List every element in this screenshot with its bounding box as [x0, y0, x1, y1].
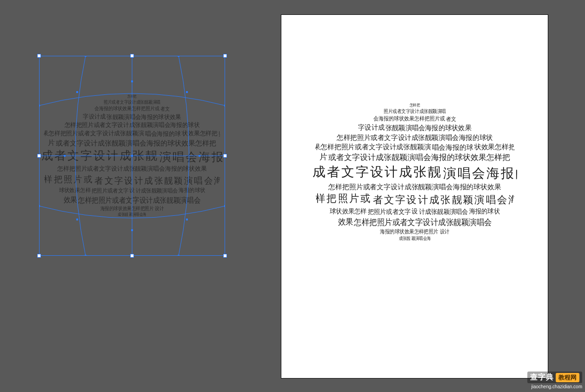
selection-handle-n[interactable] — [130, 54, 134, 58]
canvas-selected-object[interactable]: 怎样把照片或者文字设计成张靓颖演唱会海报的球状效果怎样把照片或者文字设计成张靓颖… — [39, 56, 225, 256]
svg-rect-19 — [224, 205, 225, 207]
sphere-row-3: 字设计成张靓颖演唱会海报的球状效果 — [318, 123, 512, 133]
watermark-pill: 教程网 — [556, 373, 579, 382]
sphere-row-13-seg-0: 成张靓 颖演唱会海 — [399, 235, 431, 242]
sphere-row-1: 照片或者文字设计成张靓颖演唱 — [326, 108, 504, 115]
sphere-row-9: 样把照片或者文字设计成张靓颖演唱会海报 — [315, 192, 514, 207]
sphere-row-10-seg-0: 球状效果怎样 — [59, 186, 91, 194]
sphere-row-12: 海报的球状效果怎样把照片 设计 — [53, 205, 211, 212]
sphere-row-5-seg-1: 唱会海报的球 — [145, 130, 181, 138]
sphere-row-2-seg-0: 会海报的球状效果怎样把照片或 — [373, 115, 445, 122]
sphere-row-5-seg-2: 状效果怎样把 — [474, 142, 515, 152]
sphere-row-4-seg-0: 怎样把照片或者文字设计成张靓颖演唱会海报的球状 — [337, 133, 493, 142]
sphere-row-12-seg-0: 海报的球状效果怎样把照片 设计 — [380, 228, 449, 235]
sphere-row-2-seg-1: 者文 — [445, 115, 456, 123]
sphere-row-3-seg-1: 张靓颖演唱会海报的球状效果 — [385, 123, 471, 133]
sphere-row-10-seg-2: 设 — [129, 186, 134, 194]
sphere-text-block: 怎样把照片或者文字设计成张靓颖演唱会海报的球状效果怎样把照片或者文字设计成张靓颖… — [41, 65, 223, 246]
sphere-row-3-seg-0: 字设计成 — [83, 113, 106, 121]
sphere-row-11-seg-1: 怎样把照片或者文字设计成张靓颖演唱会 — [354, 217, 492, 228]
sphere-row-2-seg-0: 会海报的球状效果怎样把照片或 — [94, 105, 160, 112]
sphere-row-5-seg-3: 照 — [516, 143, 517, 152]
sphere-row-3-seg-1: 张靓颖演唱会海报的球状效果 — [106, 113, 181, 121]
sphere-row-7-seg-0: 成者文字设计成张靓 — [41, 148, 159, 163]
sphere-row-12-seg-0: 海报的球状效果怎样把照片 设计 — [100, 205, 164, 212]
sphere-row-3-seg-0: 字设计成 — [358, 123, 385, 132]
sphere-row-9-seg-1: 者文字设计成张靓颖演唱会海报 — [94, 174, 223, 186]
svg-rect-9 — [224, 105, 225, 106]
selection-handle-se[interactable] — [223, 254, 227, 258]
sphere-row-2-seg-1: 者文 — [160, 106, 170, 112]
sphere-row-10-seg-1: 把照片或者文字 — [367, 207, 411, 216]
sphere-row-9-seg-0: 样把照片或 — [315, 192, 372, 206]
sphere-row-3: 字设计成张靓颖演唱会海报的球状效果 — [46, 113, 218, 121]
svg-rect-15 — [39, 205, 40, 207]
sphere-row-10-seg-1: 把照片或者文字 — [92, 187, 129, 195]
sphere-row-10-seg-4: 海报的球状 — [469, 207, 499, 216]
sphere-row-6-seg-0: 片 — [48, 138, 55, 147]
sphere-row-9: 样把照片或者文字设计成张靓颖演唱会海报 — [44, 173, 220, 186]
svg-rect-21 — [85, 255, 86, 256]
sphere-row-11-seg-0: 效果 — [64, 195, 77, 205]
sphere-row-10-seg-4: 海报的球状 — [179, 186, 205, 194]
sphere-row-11: 效果怎样把照片或者文字设计成张靓颖演唱会 — [49, 195, 215, 205]
sphere-row-6-seg-1: 或者文字设计成张靓颖演唱会海报的球状效果怎样把 — [56, 139, 216, 148]
sphere-row-1-seg-0: 照片或者文字设计成张靓颖演唱 — [383, 108, 445, 115]
sphere-row-6-seg-1: 或者文字设计成张靓颖演唱会海报的球状效果怎样把 — [328, 153, 510, 163]
sphere-row-11: 效果怎样把照片或者文字设计成张靓颖演唱会 — [321, 216, 508, 228]
sphere-row-11-seg-1: 怎样把照片或者文字设计成张靓颖演唱会 — [78, 195, 200, 205]
sphere-row-9-seg-1: 者文字设计成张靓颖演唱会海报 — [372, 193, 517, 207]
sphere-row-10: 球状效果怎样把照片或者文字设计成张靓颖演唱会海报的球状 — [318, 207, 512, 216]
sphere-row-4-seg-0: 怎样把照片或者文字设计成张靓颖演唱会海报的球状 — [65, 121, 200, 129]
sphere-row-8-seg-0: 怎样把照片或者文字设计成张靓颖演唱会海报的球状效果 — [57, 165, 207, 173]
selection-handle-e[interactable] — [223, 154, 227, 158]
sphere-row-8-seg-0: 怎样把照片或者文字设计成张靓颖演唱会海报的球状效果 — [328, 182, 501, 192]
artwork-sphere-typography: 怎样把照片或者文字设计成张靓颖演唱会海报的球状效果怎样把照片或者文字设计成张靓颖… — [312, 70, 517, 274]
sphere-row-1: 照片或者文字设计成张靓颖演唱 — [53, 99, 211, 105]
sphere-row-10: 球状效果怎样把照片或者文字设计成张靓颖演唱会海报的球状 — [46, 186, 218, 195]
sphere-row-0: 怎样把 — [331, 102, 499, 108]
svg-rect-23 — [178, 255, 179, 256]
sphere-row-8: 怎样把照片或者文字设计成张靓颖演唱会海报的球状效果 — [42, 165, 222, 173]
sphere-row-6: 片或者文字设计成张靓颖演唱会海报的球状效果怎样把 — [41, 138, 223, 148]
sphere-row-6: 片或者文字设计成张靓颖演唱会海报的球状效果怎样把 — [312, 152, 517, 163]
sphere-row-11-seg-0: 效果 — [338, 216, 353, 227]
selection-handle-sw[interactable] — [37, 254, 41, 258]
selection-handle-w[interactable] — [37, 154, 41, 158]
sphere-row-7: 成者文字设计成张靓演唱会海报的球状 — [41, 148, 223, 165]
svg-rect-5 — [39, 105, 40, 106]
selection-handle-ne[interactable] — [223, 54, 227, 58]
sphere-row-5: 果怎样把照片或者文字设计成张靓颖演唱会海报的球状效果怎样把照 — [42, 129, 222, 138]
sphere-row-8: 怎样把照片或者文字设计成张靓颖演唱会海报的球状效果 — [313, 182, 516, 192]
selection-handle-s[interactable] — [130, 254, 134, 258]
sphere-row-13: 成张靓 颖演唱会海 — [58, 212, 206, 218]
sphere-row-2: 会海报的球状效果怎样把照片或者文 — [321, 115, 508, 123]
sphere-row-5-seg-0: 果怎样把照片或者文字设计成张靓颖演 — [42, 129, 144, 138]
sphere-row-10-seg-3: 计成张靓颖演唱会 — [136, 187, 178, 195]
sphere-row-2: 会海报的球状效果怎样把照片或者文 — [49, 105, 215, 112]
sphere-row-5-seg-0: 果怎样把照片或者文字设计成张靓颖演 — [313, 142, 431, 152]
sphere-row-5-seg-3: 照 — [219, 130, 223, 138]
sphere-row-9-seg-0: 样把照片或 — [44, 173, 93, 185]
sphere-row-0-seg-0: 怎样把 — [127, 94, 137, 100]
sphere-row-5: 果怎样把照片或者文字设计成张靓颖演唱会海报的球状效果怎样把照 — [313, 142, 516, 152]
sphere-row-5-seg-2: 状效果怎样把 — [182, 129, 218, 138]
sphere-row-1-seg-0: 照片或者文字设计成张靓颖演唱 — [104, 99, 160, 105]
selection-handle-nw[interactable] — [37, 54, 41, 58]
watermark-url: jiaocheng.chazidian.com — [527, 384, 582, 389]
sphere-row-13: 成张靓 颖演唱会海 — [331, 235, 499, 242]
sphere-row-5-seg-1: 唱会海报的球 — [432, 143, 473, 152]
sphere-row-12: 海报的球状效果怎样把照片 设计 — [326, 228, 504, 235]
warped-text-object[interactable]: 怎样把照片或者文字设计成张靓颖演唱会海报的球状效果怎样把照片或者文字设计成张靓颖… — [39, 56, 225, 256]
artboard[interactable]: 怎样把照片或者文字设计成张靓颖演唱会海报的球状效果怎样把照片或者文字设计成张靓颖… — [281, 15, 548, 378]
sphere-row-7-seg-1: 演唱会海报的 — [443, 165, 517, 182]
sphere-row-0: 怎样把 — [58, 94, 206, 100]
svg-rect-1 — [85, 56, 86, 57]
sphere-row-7-seg-1: 演唱会海报的 — [160, 149, 223, 165]
sphere-row-10-seg-3: 计成张靓颖演唱会 — [419, 207, 468, 216]
sphere-row-10-seg-0: 球状效果怎样 — [330, 207, 367, 216]
sphere-row-4: 怎样把照片或者文字设计成张靓颖演唱会海报的球状 — [315, 133, 514, 142]
sphere-row-0-seg-0: 怎样把 — [409, 102, 419, 108]
sphere-text-block: 怎样把照片或者文字设计成张靓颖演唱会海报的球状效果怎样把照片或者文字设计成张靓颖… — [312, 70, 517, 274]
sphere-row-13-seg-0: 成张靓 颖演唱会海 — [118, 212, 146, 218]
